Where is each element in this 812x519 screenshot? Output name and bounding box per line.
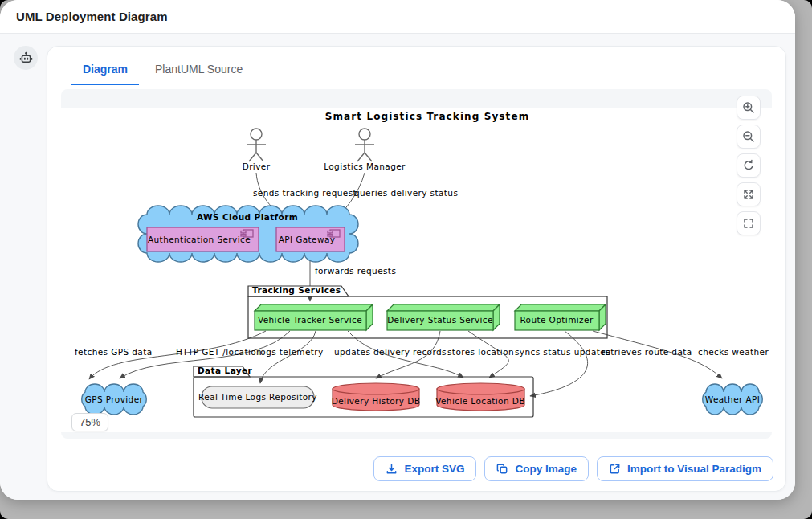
realtime-logs-label: Real-Time Logs Repository — [198, 392, 317, 402]
cloud-weather-api: Weather API — [703, 384, 763, 415]
db-delivery-history: Delivery History DB — [332, 383, 421, 411]
download-icon — [386, 463, 398, 475]
app-window: UML Deployment Diagram Diagram PlantUML … — [0, 0, 795, 500]
component-api-gateway: API Gateway — [276, 227, 345, 251]
copy-image-button[interactable]: Copy Image — [484, 456, 589, 481]
db-vehicle-location: Vehicle Location DB — [435, 383, 525, 411]
main-card: Diagram PlantUML Source Smart Logistics … — [47, 46, 786, 492]
export-svg-button[interactable]: Export SVG — [373, 456, 476, 481]
aws-cloud-label: AWS Cloud Platform — [197, 212, 298, 222]
weather-api-label: Weather API — [705, 394, 761, 404]
reset-icon — [742, 159, 755, 172]
diagram-viewport[interactable]: Smart Logistics Tracking System — [61, 89, 772, 439]
robot-icon — [19, 51, 33, 65]
zoom-level-badge: 75% — [71, 413, 108, 431]
cloud-gps-provider: GPS Provider — [82, 384, 147, 415]
reset-view-button[interactable] — [737, 153, 761, 178]
robot-button[interactable] — [14, 46, 38, 70]
gps-provider-label: GPS Provider — [85, 394, 144, 404]
storage-realtime-logs: Real-Time Logs Repository — [198, 386, 317, 408]
tab-bar: Diagram PlantUML Source — [47, 47, 785, 85]
footer-actions: Export SVG Copy Image Import to Visual P… — [373, 456, 773, 481]
uml-deployment-svg: Smart Logistics Tracking System — [61, 108, 772, 432]
zoom-out-button[interactable] — [737, 125, 761, 149]
page-body: Diagram PlantUML Source Smart Logistics … — [0, 34, 795, 500]
external-link-icon — [609, 463, 621, 475]
node-vehicle-tracker-service: Vehicle Tracker Service — [255, 304, 373, 330]
edge-fetches-label: fetches GPS data — [75, 347, 153, 357]
node-route-optimizer: Route Optimizer — [515, 304, 606, 330]
page-title: UML Deployment Diagram — [16, 10, 168, 23]
package-tracking-services: Tracking Services Vehicle Tracker Servic… — [248, 285, 607, 338]
zoom-out-icon — [742, 130, 755, 143]
edge-syncs-label: syncs status updates — [515, 347, 610, 357]
expand-button[interactable] — [737, 182, 761, 206]
zoom-in-button[interactable] — [737, 96, 761, 120]
diagram-title: Smart Logistics Tracking System — [325, 111, 530, 122]
import-visual-paradigm-label: Import to Visual Paradigm — [627, 463, 761, 475]
component-authentication-service: Authentication Service — [147, 227, 259, 251]
auth-service-label: Authentication Service — [148, 235, 251, 244]
edge-forwards-label: forwards requests — [315, 266, 396, 276]
tab-diagram[interactable]: Diagram — [71, 59, 139, 85]
edge-updates-label: updates delivery records — [334, 347, 447, 357]
tracking-services-label: Tracking Services — [252, 285, 341, 295]
export-svg-label: Export SVG — [404, 463, 464, 475]
import-visual-paradigm-button[interactable]: Import to Visual Paradigm — [597, 456, 773, 481]
fullscreen-icon — [742, 217, 755, 230]
vehicle-tracker-label: Vehicle Tracker Service — [258, 315, 362, 325]
aws-cloud: AWS Cloud Platform Authentication Servic… — [138, 206, 358, 262]
package-data-layer: Data Layer Real-Time Logs Repository Del… — [194, 366, 533, 417]
node-delivery-status-service: Delivery Status Service — [387, 304, 500, 330]
actor-logistics-manager: Logistics Manager — [324, 129, 406, 171]
edge-retrieves-label: retrieves route data — [602, 347, 692, 357]
edge-queries-label: queries delivery status — [354, 188, 458, 198]
zoom-in-icon — [742, 101, 755, 114]
edge-weather-check-label: checks weather con — [698, 347, 772, 357]
copy-icon — [496, 463, 508, 475]
edge-http-get-label: HTTP GET /location — [176, 347, 262, 357]
expand-icon — [742, 188, 755, 201]
actor-manager-label: Logistics Manager — [324, 161, 406, 171]
fullscreen-button[interactable] — [737, 211, 761, 235]
route-optimizer-label: Route Optimizer — [520, 315, 593, 325]
delivery-status-label: Delivery Status Service — [387, 315, 493, 325]
edge-stores-label: stores location — [447, 347, 514, 357]
actor-driver-label: Driver — [243, 161, 271, 171]
copy-image-label: Copy Image — [515, 463, 577, 475]
diagram-canvas: Smart Logistics Tracking System — [61, 108, 772, 432]
data-layer-label: Data Layer — [198, 366, 253, 375]
vehicle-location-label: Vehicle Location DB — [435, 396, 525, 406]
header: UML Deployment Diagram — [0, 0, 795, 34]
delivery-history-label: Delivery History DB — [332, 396, 421, 406]
actor-driver: Driver — [243, 129, 271, 171]
api-gateway-label: API Gateway — [279, 235, 336, 244]
edge-logs-telemetry-label: logs telemetry — [258, 347, 324, 357]
edge-sends-label: sends tracking request — [253, 188, 357, 198]
tab-plantuml-source[interactable]: PlantUML Source — [144, 59, 254, 85]
zoom-toolbar — [737, 96, 761, 235]
